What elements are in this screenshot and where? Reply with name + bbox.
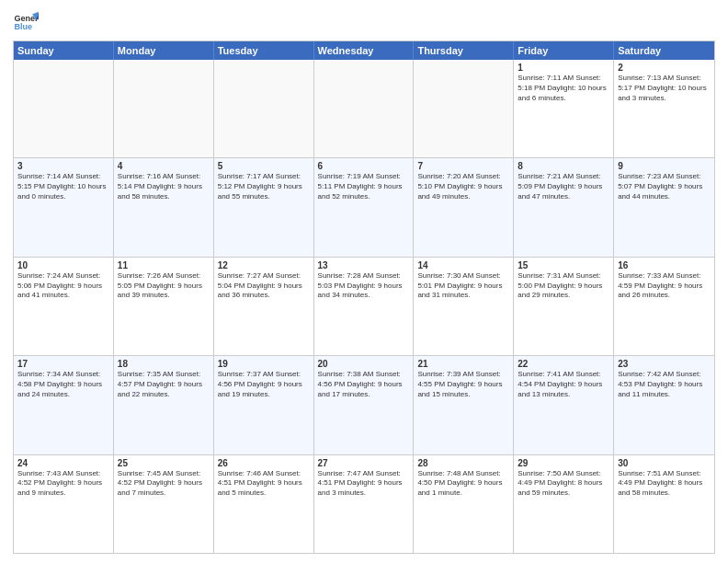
empty-cell <box>14 60 114 157</box>
day-info: Sunrise: 7:37 AM Sunset: 4:56 PM Dayligh… <box>218 370 310 399</box>
day-number: 5 <box>218 161 310 171</box>
day-cell-17: 17Sunrise: 7:34 AM Sunset: 4:58 PM Dayli… <box>14 356 114 454</box>
day-info: Sunrise: 7:21 AM Sunset: 5:09 PM Dayligh… <box>518 172 609 201</box>
calendar-body: 1Sunrise: 7:11 AM Sunset: 5:18 PM Daylig… <box>14 60 714 553</box>
empty-cell <box>214 60 314 157</box>
day-cell-1: 1Sunrise: 7:11 AM Sunset: 5:18 PM Daylig… <box>514 60 614 157</box>
day-number: 3 <box>17 161 109 171</box>
day-info: Sunrise: 7:46 AM Sunset: 4:51 PM Dayligh… <box>218 469 310 499</box>
day-number: 15 <box>518 260 609 270</box>
day-info: Sunrise: 7:23 AM Sunset: 5:07 PM Dayligh… <box>618 172 711 201</box>
empty-cell <box>114 60 214 157</box>
logo: General Blue <box>13 9 42 35</box>
day-number: 10 <box>17 260 109 270</box>
day-number: 26 <box>218 458 310 468</box>
day-info: Sunrise: 7:26 AM Sunset: 5:05 PM Dayligh… <box>118 271 210 301</box>
day-cell-23: 23Sunrise: 7:42 AM Sunset: 4:53 PM Dayli… <box>614 356 714 454</box>
day-number: 23 <box>618 359 711 369</box>
day-cell-4: 4Sunrise: 7:16 AM Sunset: 5:14 PM Daylig… <box>114 158 214 256</box>
day-cell-21: 21Sunrise: 7:39 AM Sunset: 4:55 PM Dayli… <box>414 356 514 454</box>
calendar-row-0: 1Sunrise: 7:11 AM Sunset: 5:18 PM Daylig… <box>14 60 714 157</box>
day-info: Sunrise: 7:39 AM Sunset: 4:55 PM Dayligh… <box>417 370 509 399</box>
day-info: Sunrise: 7:31 AM Sunset: 5:00 PM Dayligh… <box>518 271 609 301</box>
weekday-header-wednesday: Wednesday <box>314 41 415 60</box>
day-number: 21 <box>417 359 509 369</box>
day-number: 14 <box>417 260 509 270</box>
day-info: Sunrise: 7:20 AM Sunset: 5:10 PM Dayligh… <box>417 172 509 201</box>
day-number: 12 <box>218 260 310 270</box>
day-cell-2: 2Sunrise: 7:13 AM Sunset: 5:17 PM Daylig… <box>614 60 714 157</box>
day-info: Sunrise: 7:13 AM Sunset: 5:17 PM Dayligh… <box>618 74 711 103</box>
day-info: Sunrise: 7:16 AM Sunset: 5:14 PM Dayligh… <box>118 172 210 201</box>
day-info: Sunrise: 7:38 AM Sunset: 4:56 PM Dayligh… <box>318 370 410 399</box>
calendar-row-3: 17Sunrise: 7:34 AM Sunset: 4:58 PM Dayli… <box>14 355 714 454</box>
day-number: 30 <box>618 458 711 468</box>
weekday-header-thursday: Thursday <box>414 41 514 60</box>
day-cell-20: 20Sunrise: 7:38 AM Sunset: 4:56 PM Dayli… <box>314 356 415 454</box>
weekday-header-tuesday: Tuesday <box>214 41 314 60</box>
logo-icon: General Blue <box>13 9 39 35</box>
day-cell-11: 11Sunrise: 7:26 AM Sunset: 5:05 PM Dayli… <box>114 258 214 355</box>
day-info: Sunrise: 7:14 AM Sunset: 5:15 PM Dayligh… <box>17 172 109 201</box>
day-number: 2 <box>618 63 711 73</box>
weekday-header-sunday: Sunday <box>14 41 114 60</box>
day-number: 13 <box>318 260 410 270</box>
day-number: 25 <box>118 458 210 468</box>
empty-cell <box>314 60 415 157</box>
day-cell-12: 12Sunrise: 7:27 AM Sunset: 5:04 PM Dayli… <box>214 258 314 355</box>
day-number: 28 <box>417 458 509 468</box>
day-number: 11 <box>118 260 210 270</box>
day-cell-27: 27Sunrise: 7:47 AM Sunset: 4:51 PM Dayli… <box>314 455 415 553</box>
calendar-header: SundayMondayTuesdayWednesdayThursdayFrid… <box>14 41 714 60</box>
svg-text:Blue: Blue <box>14 22 32 31</box>
day-cell-10: 10Sunrise: 7:24 AM Sunset: 5:06 PM Dayli… <box>14 258 114 355</box>
day-info: Sunrise: 7:41 AM Sunset: 4:54 PM Dayligh… <box>518 370 609 399</box>
weekday-header-saturday: Saturday <box>614 41 714 60</box>
empty-cell <box>414 60 514 157</box>
day-cell-30: 30Sunrise: 7:51 AM Sunset: 4:49 PM Dayli… <box>614 455 714 553</box>
day-cell-25: 25Sunrise: 7:45 AM Sunset: 4:52 PM Dayli… <box>114 455 214 553</box>
day-info: Sunrise: 7:47 AM Sunset: 4:51 PM Dayligh… <box>318 469 410 499</box>
day-number: 27 <box>318 458 410 468</box>
day-cell-22: 22Sunrise: 7:41 AM Sunset: 4:54 PM Dayli… <box>514 356 614 454</box>
calendar-row-1: 3Sunrise: 7:14 AM Sunset: 5:15 PM Daylig… <box>14 157 714 256</box>
day-number: 17 <box>17 359 109 369</box>
day-cell-28: 28Sunrise: 7:48 AM Sunset: 4:50 PM Dayli… <box>414 455 514 553</box>
day-number: 8 <box>518 161 609 171</box>
day-cell-8: 8Sunrise: 7:21 AM Sunset: 5:09 PM Daylig… <box>514 158 614 256</box>
day-number: 22 <box>518 359 609 369</box>
day-info: Sunrise: 7:48 AM Sunset: 4:50 PM Dayligh… <box>417 469 509 499</box>
day-cell-9: 9Sunrise: 7:23 AM Sunset: 5:07 PM Daylig… <box>614 158 714 256</box>
day-cell-15: 15Sunrise: 7:31 AM Sunset: 5:00 PM Dayli… <box>514 258 614 355</box>
calendar: SundayMondayTuesdayWednesdayThursdayFrid… <box>13 40 715 554</box>
calendar-row-4: 24Sunrise: 7:43 AM Sunset: 4:52 PM Dayli… <box>14 454 714 553</box>
day-cell-14: 14Sunrise: 7:30 AM Sunset: 5:01 PM Dayli… <box>414 258 514 355</box>
day-cell-19: 19Sunrise: 7:37 AM Sunset: 4:56 PM Dayli… <box>214 356 314 454</box>
day-number: 19 <box>218 359 310 369</box>
day-info: Sunrise: 7:45 AM Sunset: 4:52 PM Dayligh… <box>118 469 210 499</box>
day-cell-29: 29Sunrise: 7:50 AM Sunset: 4:49 PM Dayli… <box>514 455 614 553</box>
day-number: 7 <box>417 161 509 171</box>
day-info: Sunrise: 7:28 AM Sunset: 5:03 PM Dayligh… <box>318 271 410 301</box>
weekday-header-friday: Friday <box>514 41 614 60</box>
day-info: Sunrise: 7:42 AM Sunset: 4:53 PM Dayligh… <box>618 370 711 399</box>
day-cell-26: 26Sunrise: 7:46 AM Sunset: 4:51 PM Dayli… <box>214 455 314 553</box>
day-info: Sunrise: 7:27 AM Sunset: 5:04 PM Dayligh… <box>218 271 310 301</box>
day-info: Sunrise: 7:35 AM Sunset: 4:57 PM Dayligh… <box>118 370 210 399</box>
day-info: Sunrise: 7:24 AM Sunset: 5:06 PM Dayligh… <box>17 271 109 301</box>
day-info: Sunrise: 7:33 AM Sunset: 4:59 PM Dayligh… <box>618 271 711 301</box>
day-cell-16: 16Sunrise: 7:33 AM Sunset: 4:59 PM Dayli… <box>614 258 714 355</box>
day-cell-13: 13Sunrise: 7:28 AM Sunset: 5:03 PM Dayli… <box>314 258 415 355</box>
day-info: Sunrise: 7:43 AM Sunset: 4:52 PM Dayligh… <box>17 469 109 499</box>
page: General Blue SundayMondayTuesdayWednesda… <box>0 0 728 563</box>
day-number: 1 <box>518 63 609 73</box>
day-info: Sunrise: 7:17 AM Sunset: 5:12 PM Dayligh… <box>218 172 310 201</box>
day-info: Sunrise: 7:51 AM Sunset: 4:49 PM Dayligh… <box>618 469 711 499</box>
weekday-header-monday: Monday <box>114 41 214 60</box>
day-number: 16 <box>618 260 711 270</box>
day-cell-18: 18Sunrise: 7:35 AM Sunset: 4:57 PM Dayli… <box>114 356 214 454</box>
day-number: 24 <box>17 458 109 468</box>
day-number: 6 <box>318 161 410 171</box>
day-info: Sunrise: 7:30 AM Sunset: 5:01 PM Dayligh… <box>417 271 509 301</box>
day-cell-24: 24Sunrise: 7:43 AM Sunset: 4:52 PM Dayli… <box>14 455 114 553</box>
